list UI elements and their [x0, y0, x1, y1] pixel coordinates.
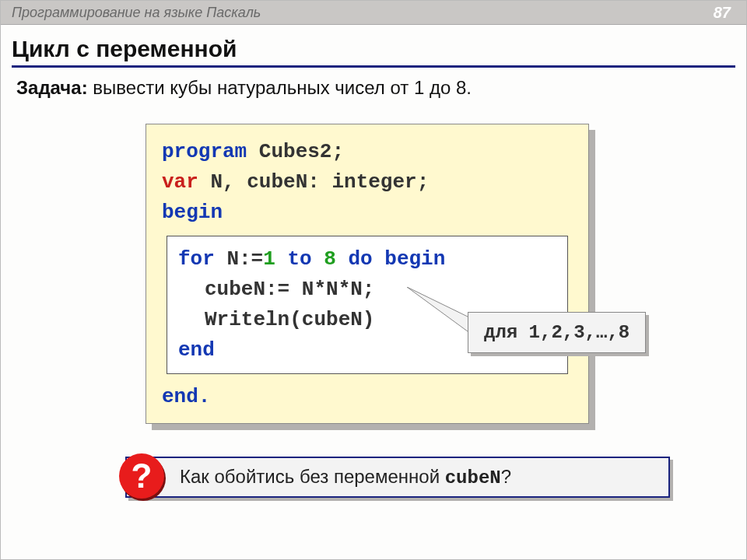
- code-l2b: N, cubeN: integer;: [198, 170, 429, 194]
- task-line: Задача: вывести кубы натуральных чисел о…: [16, 75, 731, 100]
- kw-do-begin: do begin: [336, 247, 445, 271]
- header-bar: Программирование на языке Паскаль 87: [1, 1, 746, 25]
- code-inner-l2: cubeN:= N*N*N;: [178, 275, 374, 305]
- code-line-begin: begin: [162, 198, 573, 228]
- code-inner-for: for N:=1 to 8 do begin: [178, 244, 556, 275]
- kw-end-inner: end: [178, 338, 215, 362]
- code-area: program Cubes2; var N, cubeN: integer; b…: [146, 124, 589, 424]
- question-box: ? Как обойтись без переменной cubeN?: [125, 457, 670, 498]
- code-line-program: program Cubes2;: [162, 137, 573, 167]
- page-number: 87: [714, 1, 731, 24]
- kw-program: program: [162, 140, 247, 163]
- code-inner-l3: Writeln(cubeN): [178, 305, 374, 335]
- code-line-end: end.: [162, 382, 573, 412]
- kw-begin: begin: [162, 201, 223, 224]
- code-block-outer: program Cubes2; var N, cubeN: integer; b…: [146, 124, 589, 424]
- num-1: 1: [263, 247, 275, 271]
- callout-box: для 1,2,3,…,8: [468, 312, 646, 353]
- callout-text: для 1,2,3,…,8: [484, 322, 630, 343]
- question-mono: cubeN: [445, 467, 501, 488]
- kw-to: to: [275, 247, 324, 271]
- svg-marker-0: [407, 287, 471, 334]
- header-title: Программирование на языке Паскаль: [12, 5, 261, 20]
- question-text-before: Как обойтись без переменной: [180, 466, 445, 487]
- kw-for: for: [178, 247, 215, 271]
- code-inner-cuben: cubeN:= N*N*N;: [178, 275, 556, 305]
- kw-end: end.: [162, 385, 210, 408]
- kw-var: var: [162, 170, 198, 194]
- num-8: 8: [324, 247, 336, 271]
- code-inner-l1b: N:=: [215, 247, 263, 271]
- slide-title: Цикл с переменной: [12, 36, 735, 68]
- task-label: Задача:: [16, 77, 88, 98]
- code-line-var: var N, cubeN: integer;: [162, 167, 573, 198]
- question-mark-icon: ?: [119, 453, 164, 499]
- question-wrap: ? Как обойтись без переменной cubeN?: [125, 457, 670, 498]
- question-text-after: ?: [501, 466, 511, 487]
- task-text: вывести кубы натуральных чисел от 1 до 8…: [88, 77, 472, 98]
- code-l1b: Cubes2;: [247, 140, 344, 163]
- slide: Программирование на языке Паскаль 87 Цик…: [0, 0, 747, 560]
- code-block-inner: for N:=1 to 8 do begin cubeN:= N*N*N; Wr…: [167, 236, 568, 374]
- callout: для 1,2,3,…,8: [468, 312, 646, 353]
